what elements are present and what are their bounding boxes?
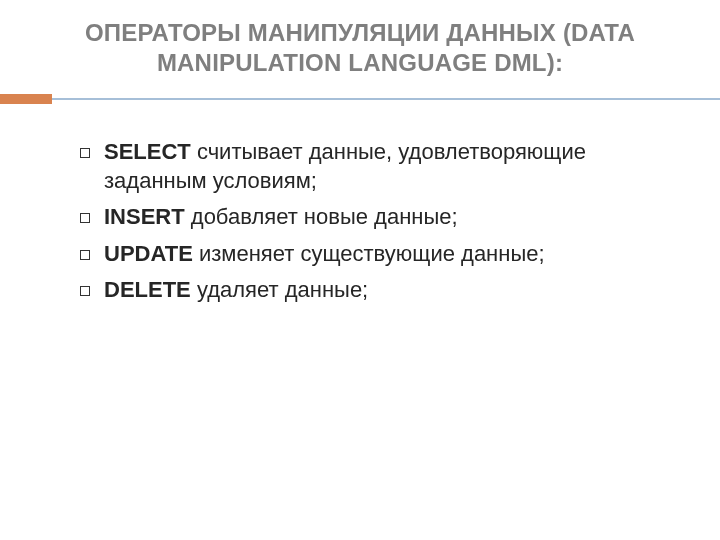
- item-text: изменяет существующие данные;: [193, 241, 545, 266]
- keyword: INSERT: [104, 204, 185, 229]
- content-area: SELECT считывает данные, удовлетворяющие…: [0, 138, 720, 305]
- list-item: SELECT считывает данные, удовлетворяющие…: [80, 138, 660, 195]
- list-item: DELETE удаляет данные;: [80, 276, 660, 305]
- divider: [0, 94, 720, 104]
- item-text: удаляет данные;: [191, 277, 368, 302]
- keyword: UPDATE: [104, 241, 193, 266]
- keyword: SELECT: [104, 139, 191, 164]
- list-item: UPDATE изменяет существующие данные;: [80, 240, 660, 269]
- divider-accent: [0, 94, 52, 104]
- bullet-list: SELECT считывает данные, удовлетворяющие…: [80, 138, 660, 305]
- list-item: INSERT добавляет новые данные;: [80, 203, 660, 232]
- keyword: DELETE: [104, 277, 191, 302]
- divider-line: [0, 98, 720, 100]
- page-title: ОПЕРАТОРЫ МАНИПУЛЯЦИИ ДАННЫХ (DATA MANIP…: [40, 18, 680, 78]
- item-text: добавляет новые данные;: [185, 204, 458, 229]
- title-area: ОПЕРАТОРЫ МАНИПУЛЯЦИИ ДАННЫХ (DATA MANIP…: [0, 0, 720, 88]
